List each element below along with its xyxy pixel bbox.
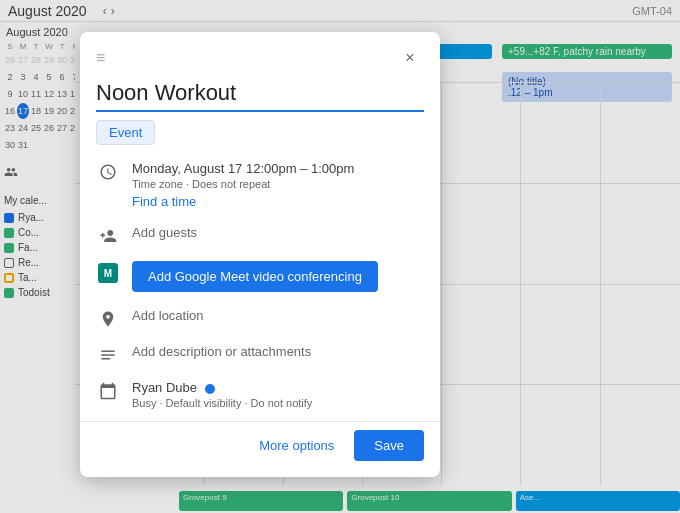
drag-handle-icon: ≡ — [96, 49, 105, 67]
modal-header: ≡ × — [80, 32, 440, 72]
owner-dot — [205, 384, 215, 394]
modal-footer: More options Save — [80, 421, 440, 477]
add-description-content: Add description or attachments — [132, 344, 424, 359]
add-guests-content: Add guests — [132, 225, 424, 240]
event-modal: ≡ × Event Monday, August 17 12:00pm – 1:… — [80, 32, 440, 477]
owner-name: Ryan Dube — [132, 380, 424, 395]
datetime-content: Monday, August 17 12:00pm – 1:00pm Time … — [132, 161, 424, 209]
find-time-link[interactable]: Find a time — [132, 194, 424, 209]
google-meet-icon: M — [98, 263, 118, 283]
google-meet-row: M Add Google Meet video conferencing — [80, 253, 440, 300]
event-type-section: Event — [80, 120, 440, 153]
guests-icon — [96, 227, 120, 245]
add-location-content: Add location — [132, 308, 424, 323]
event-type-tag[interactable]: Event — [96, 120, 155, 145]
add-description-row: Add description or attachments — [80, 336, 440, 372]
event-title-input[interactable] — [96, 80, 424, 112]
add-location-placeholder[interactable]: Add location — [132, 308, 204, 323]
location-icon — [96, 310, 120, 328]
add-guests-placeholder[interactable]: Add guests — [132, 225, 197, 240]
add-guests-row: Add guests — [80, 217, 440, 253]
add-location-row: Add location — [80, 300, 440, 336]
calendar-owner-row: Ryan Dube Busy · Default visibility · Do… — [80, 372, 440, 417]
add-description-placeholder[interactable]: Add description or attachments — [132, 344, 311, 359]
meet-button-col: Add Google Meet video conferencing — [132, 261, 424, 292]
meet-icon-col: M — [96, 263, 120, 283]
save-button[interactable]: Save — [354, 430, 424, 461]
svg-text:M: M — [104, 268, 112, 279]
owner-content: Ryan Dube Busy · Default visibility · Do… — [132, 380, 424, 409]
timezone-repeat-text: Time zone · Does not repeat — [132, 178, 424, 190]
close-button[interactable]: × — [396, 44, 424, 72]
calendar-icon — [96, 382, 120, 400]
owner-details: Busy · Default visibility · Do not notif… — [132, 397, 424, 409]
description-icon — [96, 346, 120, 364]
datetime-row: Monday, August 17 12:00pm – 1:00pm Time … — [80, 153, 440, 217]
add-google-meet-button[interactable]: Add Google Meet video conferencing — [132, 261, 378, 292]
clock-icon — [96, 163, 120, 181]
date-time-text[interactable]: Monday, August 17 12:00pm – 1:00pm — [132, 161, 424, 176]
more-options-button[interactable]: More options — [247, 430, 346, 461]
